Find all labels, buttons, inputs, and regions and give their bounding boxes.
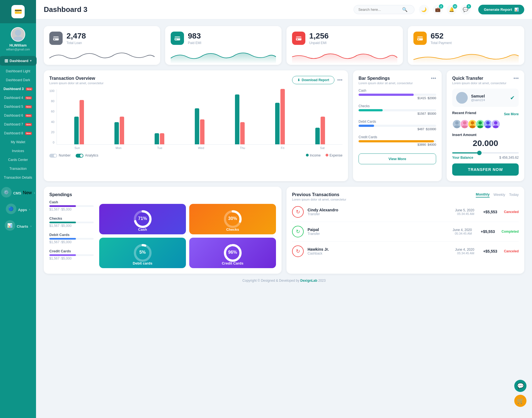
legend-analytics-label: Analytics bbox=[85, 153, 98, 157]
total-payment-label: Total Payment bbox=[431, 41, 452, 45]
dashboard-menu-label: Dashboard bbox=[10, 59, 29, 63]
sidebar-item-dashboard-3[interactable]: Dashboard 3 New bbox=[0, 84, 36, 93]
cart-fab[interactable]: 🛒 bbox=[514, 395, 526, 407]
sidebar-item-transaction-details[interactable]: Transaction Details bbox=[0, 173, 36, 182]
svg-rect-3 bbox=[53, 37, 59, 38]
notifications-button[interactable]: 🔔 12 bbox=[447, 5, 457, 15]
dashboard-menu-button[interactable]: ⊞ Dashboard ▾ bbox=[0, 56, 37, 66]
sidebar-item-dashboard-6[interactable]: Dashboard 6 New bbox=[0, 111, 36, 120]
spending-credit: Credit Cards $3890 /$4000 bbox=[359, 135, 436, 146]
tab-monthly[interactable]: Monthly bbox=[476, 192, 490, 198]
sidebar-cms-section: ⚙️ CMS New › bbox=[0, 184, 36, 200]
paid-emi-number: 983 bbox=[188, 32, 201, 40]
bottom-row: Spendings Cash $1,567 /$5,000 Checks $1,… bbox=[44, 187, 524, 274]
bar-group-tue bbox=[155, 133, 164, 144]
tx-type-hawkins: Cashback bbox=[308, 252, 329, 255]
svg-rect-12 bbox=[417, 37, 423, 38]
legend-income: Income bbox=[306, 153, 321, 157]
amount-slider[interactable] bbox=[452, 152, 519, 153]
sidebar-item-dashboard-dark[interactable]: Dashboard Dark bbox=[0, 76, 36, 84]
theme-toggle-button[interactable]: 🌙 bbox=[419, 5, 429, 15]
donut-debit: 5% Debit cards bbox=[99, 238, 186, 268]
sidebar-charts-button[interactable]: 📊 Charts › bbox=[5, 220, 32, 232]
sidebar-item-cards-center[interactable]: Cards Center bbox=[0, 155, 36, 164]
apps-icon: 🔵 bbox=[6, 204, 16, 214]
bar-spendings-card: Bar Spendings Lorem ipsum dolor sit amet… bbox=[353, 70, 442, 181]
svg-point-10 bbox=[297, 39, 298, 40]
stat-card-paid-emi: 983 Paid EMI bbox=[165, 26, 282, 65]
header: Dashboard 3 🔍 🌙 💼 2 🔔 12 💬 5 Generate Re… bbox=[36, 0, 532, 19]
bar-spendings-sub: Lorem ipsum dolor sit amet, consectetur bbox=[359, 81, 413, 85]
svg-rect-5 bbox=[175, 37, 180, 40]
sidebar-item-dashboard-light[interactable]: Dashboard Light bbox=[0, 67, 36, 76]
svg-rect-9 bbox=[296, 37, 301, 38]
wallet-button[interactable]: 💼 2 bbox=[433, 5, 443, 15]
sidebar-nav: Dashboard Light Dashboard Dark Dashboard… bbox=[0, 67, 36, 184]
footer-brand-link[interactable]: DexignLab bbox=[300, 279, 318, 283]
friend-avatar-6[interactable] bbox=[491, 119, 500, 129]
footer: Copyright © Designed & Developed by Dexi… bbox=[44, 274, 524, 285]
download-report-button[interactable]: ⬇ Download Report bbox=[292, 76, 334, 84]
search-bar[interactable]: 🔍 bbox=[354, 5, 415, 14]
legend-analytics-toggle[interactable]: Analytics bbox=[76, 153, 98, 158]
tx-date-cindy: June 5, 2020 bbox=[455, 208, 474, 212]
see-more-button[interactable]: See More bbox=[504, 112, 519, 116]
bar-group-sat bbox=[315, 117, 325, 144]
sidebar-username: Hi,William bbox=[9, 43, 27, 47]
tx-time-cindy: 05:34:45 AM bbox=[455, 212, 474, 216]
charts-icon: 📊 bbox=[5, 220, 15, 231]
svg-point-19 bbox=[462, 125, 467, 128]
spending-checks: Checks $1567 /$5000 bbox=[359, 104, 436, 115]
transfer-user-handle: @sam224 bbox=[471, 98, 485, 102]
spendings-list-credit: Credit Cards $1,567 /$5,000 bbox=[49, 249, 94, 260]
bar-spendings-title: Bar Spendings bbox=[359, 76, 413, 81]
transfer-user-row: Samuel @sam224 ✔ bbox=[452, 89, 519, 107]
transfer-now-label: TRANSFER NOW bbox=[468, 167, 503, 172]
unpaid-emi-number: 1,256 bbox=[309, 32, 329, 40]
sidebar-item-dashboard-4[interactable]: Dashboard 4 New bbox=[0, 93, 36, 102]
transfer-now-button[interactable]: TRANSFER NOW bbox=[452, 163, 519, 176]
cms-icon: ⚙️ bbox=[1, 187, 12, 198]
generate-report-label: Generate Report bbox=[484, 7, 512, 12]
messages-button[interactable]: 💬 5 bbox=[461, 5, 470, 15]
bar-group-thu bbox=[235, 94, 245, 144]
sidebar-item-dashboard-5[interactable]: Dashboard 5 New bbox=[0, 102, 36, 111]
tx-icon-hawkins: ↻ bbox=[292, 245, 304, 257]
table-row: ↻ Hawkins Jr. Cashback June 4, 2020 05:3… bbox=[292, 242, 519, 261]
total-payment-number: 652 bbox=[431, 32, 452, 40]
bar-spendings-more-icon[interactable]: ••• bbox=[431, 76, 436, 81]
tx-date-paipal: June 4, 2020 bbox=[453, 228, 472, 232]
view-more-button[interactable]: View More bbox=[359, 153, 436, 164]
svg-point-0 bbox=[15, 30, 21, 36]
bar-group-fri bbox=[275, 89, 285, 144]
quick-transfer-more-icon[interactable]: ••• bbox=[513, 76, 519, 81]
bar-group-sun bbox=[74, 100, 84, 144]
header-icons: 🌙 💼 2 🔔 12 💬 5 Generate Report 📊 bbox=[419, 5, 524, 15]
legend-expense: Expense bbox=[326, 153, 342, 157]
more-options-icon[interactable]: ••• bbox=[337, 78, 342, 83]
spendings-list-checks: Checks $1,567 /$5,000 bbox=[49, 216, 94, 228]
sidebar-apps-button[interactable]: 🔵 Apps › bbox=[6, 204, 30, 215]
content-area: 2,478 Total Loan 983 Paid EMI bbox=[36, 19, 532, 292]
support-fab[interactable]: 💬 bbox=[514, 380, 526, 392]
sidebar-item-dashboard-7[interactable]: Dashboard 7 New bbox=[0, 120, 36, 129]
sidebar-item-transaction[interactable]: Transaction bbox=[0, 164, 36, 173]
search-input[interactable] bbox=[358, 7, 400, 12]
tab-today[interactable]: Today bbox=[509, 193, 519, 197]
footer-brand: DexignLab bbox=[300, 279, 317, 283]
paid-emi-icon bbox=[171, 32, 184, 45]
quick-transfer-sub: Lorem ipsum dolor sit amet, consectetur bbox=[452, 81, 507, 85]
svg-rect-8 bbox=[296, 37, 301, 40]
generate-report-button[interactable]: Generate Report 📊 bbox=[478, 5, 524, 14]
cms-label: CMS bbox=[13, 191, 21, 195]
tx-name-paipal: Paipal bbox=[308, 227, 320, 232]
sidebar-item-invoices[interactable]: Invoices bbox=[0, 147, 36, 155]
sidebar-item-wallet[interactable]: My Wallet bbox=[0, 138, 36, 147]
apps-label: Apps bbox=[18, 208, 27, 212]
sidebar-item-dashboard-8[interactable]: Dashboard 8 New bbox=[0, 129, 36, 138]
tab-weekly[interactable]: Weekly bbox=[493, 193, 505, 197]
footer-text: Copyright © Designed & Developed by bbox=[242, 279, 300, 283]
legend-number-toggle[interactable]: Number bbox=[49, 153, 71, 158]
sidebar-cms-button[interactable]: ⚙️ CMS New › bbox=[1, 187, 35, 199]
spending-cash: Cash $1415 /$2000 bbox=[359, 89, 436, 100]
